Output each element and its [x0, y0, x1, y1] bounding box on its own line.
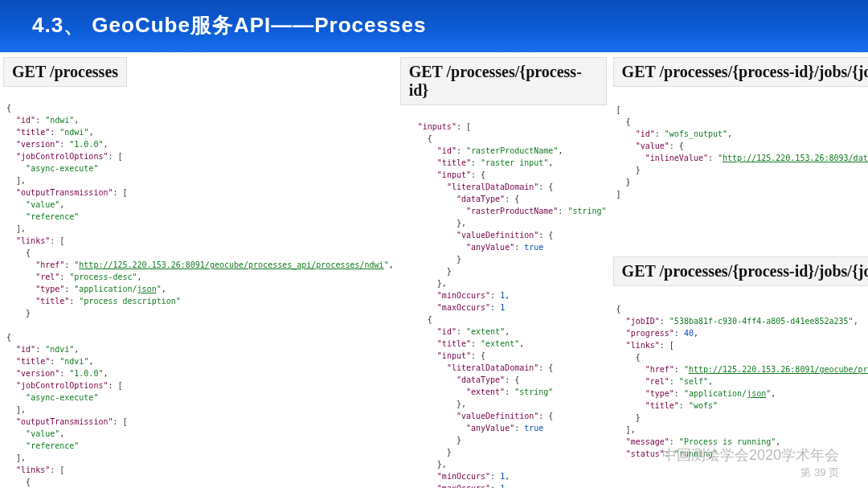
- main-content: GET /processes { "id": "ndwi", "title": …: [0, 52, 868, 460]
- footer: 中国测绘学会2020学术年会 第 39 页: [662, 445, 839, 480]
- footer-page: 第 39 页: [662, 465, 839, 480]
- code-job: { "jobID": "538ba81f-c930-4ff4-a805-d41e…: [613, 291, 868, 460]
- api-label-processes: GET /processes: [3, 57, 127, 87]
- code-inputs: "inputs": [ { "id": "rasterProductName",…: [400, 109, 607, 488]
- code-results: [ { "id": "wofs_output", "value": { "inl…: [613, 92, 868, 200]
- col-left: GET /processes { "id": "ndwi", "title": …: [3, 57, 394, 460]
- code-ndvi: { "id": "ndvi", "title": "ndvi", "versio…: [3, 319, 394, 488]
- col-mid: GET /processes/{process-id} "inputs": [ …: [400, 57, 607, 460]
- col-right: GET /processes/{process-id}/jobs/{job-id…: [613, 57, 868, 460]
- code-ndwi: { "id": "ndwi", "title": "ndwi", "versio…: [3, 90, 394, 319]
- slide-title: 4.3、 GeoCube服务API——Processes: [0, 0, 868, 52]
- api-label-job: GET /processes/{process-id}/jobs/{job-id…: [613, 256, 868, 286]
- footer-org: 中国测绘学会2020学术年会: [662, 445, 839, 465]
- api-label-process-id: GET /processes/{process-id}: [400, 57, 607, 105]
- api-label-results: GET /processes/{process-id}/jobs/{job-id…: [613, 57, 868, 87]
